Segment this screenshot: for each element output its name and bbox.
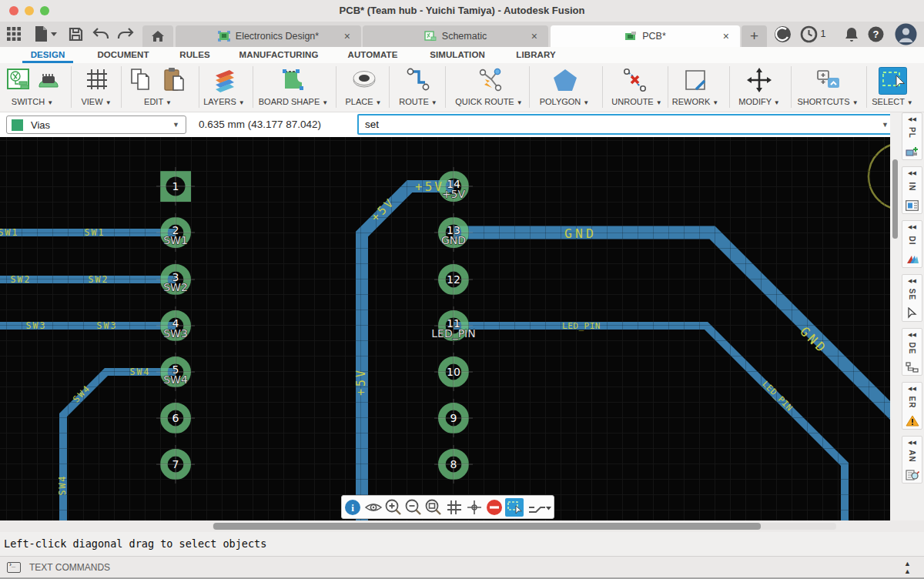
menu-design[interactable]: DESIGN xyxy=(31,50,65,59)
chevron-down-icon: ▼ xyxy=(882,121,889,129)
ribbon-group-select[interactable]: SELECT ▼ xyxy=(872,97,913,106)
menu-automate[interactable]: AUTOMATE xyxy=(348,50,398,59)
extensions-icon[interactable] xyxy=(772,24,793,44)
vertical-scrollbar[interactable] xyxy=(892,159,898,239)
new-tab-button[interactable]: + xyxy=(742,25,767,47)
paste-icon[interactable] xyxy=(162,67,188,93)
menubar: DESIGN DOCUMENT RULES MANUFACTURING AUTO… xyxy=(0,47,924,63)
menu-library[interactable]: LIBRARY xyxy=(516,50,555,59)
menu-simulation[interactable]: SIMULATION xyxy=(430,50,485,59)
avatar[interactable] xyxy=(894,24,917,44)
window-title: PCB* (Team hub - Yuichi Tamiya) - Autode… xyxy=(0,5,924,16)
menu-manufacturing[interactable]: MANUFACTURING xyxy=(239,50,319,59)
redo-button[interactable] xyxy=(116,24,136,44)
pad-name: SW3 xyxy=(163,327,188,340)
route-icon[interactable] xyxy=(406,67,432,93)
zoom-out-button[interactable] xyxy=(404,498,423,517)
tab-electronics-design[interactable]: Electronics Design* × xyxy=(176,25,361,47)
unroute-icon[interactable] xyxy=(622,67,648,93)
remove-button[interactable] xyxy=(485,498,504,517)
ribbon-group-quick-route[interactable]: QUICK ROUTE ▼ xyxy=(455,97,522,106)
panel-place[interactable]: ◀◀ PL xyxy=(902,112,922,160)
horizontal-scrollbar[interactable] xyxy=(213,523,761,530)
select-icon[interactable] xyxy=(879,67,907,95)
grid-button[interactable] xyxy=(445,498,464,517)
text-commands-bar[interactable]: TEXT COMMANDS ▲▲ xyxy=(0,556,924,577)
place-icon[interactable] xyxy=(350,67,378,93)
layers-icon[interactable] xyxy=(211,67,239,93)
file-menu-button[interactable] xyxy=(32,24,59,44)
panel-display[interactable]: ◀◀ DI xyxy=(902,220,922,268)
ribbon-group-unroute[interactable]: UNROUTE ▼ xyxy=(611,97,661,106)
ribbon-group-board-shape[interactable]: BOARD SHAPE ▼ xyxy=(259,97,328,106)
pcb-canvas[interactable]: 12SW13SW24SW35SW46714+5V13GND1211LED_PIN… xyxy=(0,137,890,520)
ribbon-group-rework[interactable]: REWORK ▼ xyxy=(672,97,718,106)
net-label: SW3 xyxy=(26,320,47,331)
menu-document[interactable]: DOCUMENT xyxy=(97,50,149,59)
tab-pcb[interactable]: PCB* × xyxy=(551,25,740,47)
command-input[interactable]: set ▼ xyxy=(357,114,895,135)
ribbon-group-view[interactable]: VIEW ▼ xyxy=(81,97,111,106)
job-status-icon[interactable] xyxy=(798,24,819,44)
net-label: SW4 xyxy=(130,366,151,377)
design-tree-icon xyxy=(902,362,922,373)
cursor-icon xyxy=(902,307,922,319)
shortcuts-icon[interactable] xyxy=(813,67,842,93)
help-icon[interactable]: ? xyxy=(866,24,885,44)
ribbon-group-polygon[interactable]: POLYGON ▼ xyxy=(540,97,590,106)
menu-rules[interactable]: RULES xyxy=(179,50,209,59)
rework-icon[interactable] xyxy=(682,67,708,93)
copy-icon[interactable] xyxy=(129,67,154,93)
tab-label: Schematic xyxy=(442,31,487,42)
switch-pcb-icon[interactable] xyxy=(35,67,62,93)
pad-number: 9 xyxy=(450,412,457,424)
polygon-icon[interactable] xyxy=(551,67,579,93)
app-grid-button[interactable] xyxy=(5,24,23,44)
home-button[interactable] xyxy=(142,25,173,47)
fusion-window: PCB* (Team hub - Yuichi Tamiya) - Autode… xyxy=(0,0,924,579)
display-layers-icon xyxy=(902,254,922,265)
board-shape-icon[interactable] xyxy=(280,67,308,93)
tabstrip: Electronics Design* × Schematic × PCB* ×… xyxy=(0,22,924,47)
ribbon-group-modify[interactable]: MODIFY ▼ xyxy=(738,97,780,106)
ribbon-group-shortcuts[interactable]: SHORTCUTS ▼ xyxy=(797,97,858,106)
job-count: 1 xyxy=(819,24,828,44)
switch-schematic-icon[interactable] xyxy=(6,67,32,93)
panel-selection[interactable]: ◀◀ SE xyxy=(902,274,922,322)
undo-button[interactable] xyxy=(91,24,111,44)
panel-errors[interactable]: ◀◀ ER xyxy=(902,382,922,430)
ribbon-group-quick-route-label0[interactable]: ROUTE ▼ xyxy=(399,97,437,106)
select-mode-button[interactable] xyxy=(505,498,524,517)
ribbon-group-layers[interactable]: LAYERS ▼ xyxy=(203,97,245,106)
close-tab-icon[interactable]: × xyxy=(344,30,350,42)
ribbon-group-switch[interactable]: SWITCH ▼ xyxy=(12,97,53,106)
close-tab-icon[interactable]: × xyxy=(723,30,729,42)
pad-name: SW1 xyxy=(163,234,188,246)
visibility-button[interactable] xyxy=(364,498,383,517)
tab-label: PCB* xyxy=(642,31,666,42)
expand-up-icon[interactable]: ▲▲ xyxy=(904,560,911,575)
ribbon-group-place[interactable]: PLACE ▼ xyxy=(345,97,381,106)
quick-route-icon[interactable] xyxy=(476,67,504,93)
save-button[interactable] xyxy=(66,24,85,44)
ribbon-group-edit[interactable]: EDIT ▼ xyxy=(144,97,172,106)
bend-style-button[interactable] xyxy=(526,498,552,517)
crosshair-button[interactable] xyxy=(465,498,484,517)
tab-schematic[interactable]: Schematic × xyxy=(363,25,548,47)
layer-name: Vias xyxy=(31,119,50,131)
info-button[interactable]: i xyxy=(343,498,362,517)
view-toolbar: i xyxy=(341,495,554,519)
collapse-icon: ◀◀ xyxy=(902,116,922,122)
zoom-window-button[interactable] xyxy=(424,498,443,517)
layer-select[interactable]: Vias ▼ xyxy=(6,115,186,134)
warning-icon xyxy=(902,415,922,427)
panel-analyze[interactable]: ◀◀ AN xyxy=(902,436,922,484)
notifications-bell-icon[interactable] xyxy=(842,24,861,44)
modify-icon[interactable] xyxy=(746,67,772,93)
panel-design[interactable]: ◀◀ DE xyxy=(902,328,922,376)
panel-inspect[interactable]: ◀◀ IN xyxy=(902,166,922,214)
view-icon[interactable] xyxy=(85,67,109,92)
close-tab-icon[interactable]: × xyxy=(531,30,537,42)
zoom-in-button[interactable] xyxy=(384,498,403,517)
ribbon-toolbar: SWITCH ▼ VIEW ▼ EDIT ▼ LAYERS ▼ BOARD SH… xyxy=(0,63,924,112)
